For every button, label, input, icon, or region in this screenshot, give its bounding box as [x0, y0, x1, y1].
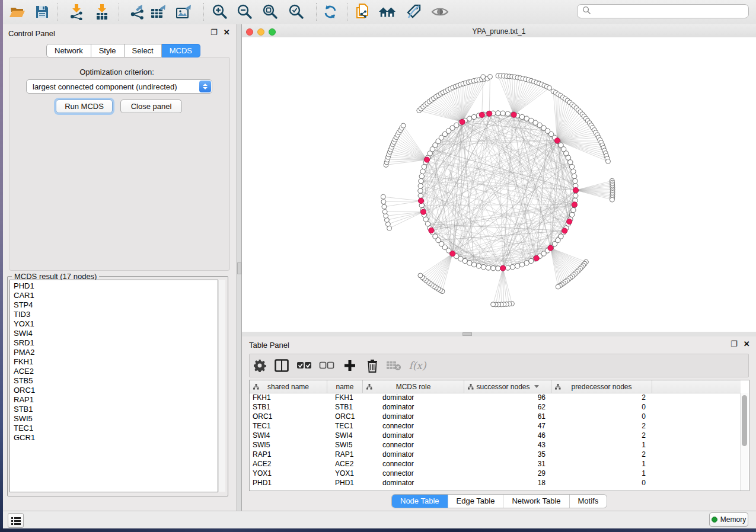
mcds-result-item[interactable]: GCR1 — [10, 433, 218, 443]
tab-edge-table[interactable]: Edge Table — [448, 495, 503, 508]
copy-network-icon[interactable] — [353, 4, 371, 20]
mcds-result-item[interactable]: SWI5 — [10, 414, 218, 424]
add-row-icon[interactable] — [342, 358, 358, 373]
export-table-icon[interactable] — [150, 4, 168, 20]
table-cell: 2 — [551, 431, 652, 440]
tab-mcds[interactable]: MCDS — [162, 44, 200, 57]
graph-mcds-node — [424, 157, 429, 162]
select-all-icon[interactable] — [296, 358, 312, 373]
tab-style[interactable]: Style — [91, 44, 125, 57]
import-network-icon[interactable] — [68, 4, 85, 20]
search-input[interactable] — [577, 4, 749, 18]
control-panel-float-icon[interactable]: ❐ — [210, 28, 218, 36]
tab-select[interactable]: Select — [125, 44, 162, 57]
table-row[interactable]: YOX1YOX1connector291 — [250, 469, 741, 478]
vertical-splitter-handle[interactable] — [237, 262, 241, 274]
mcds-result-item[interactable]: ACE2 — [10, 367, 218, 376]
tab-network-table[interactable]: Network Table — [503, 495, 569, 508]
graph-mcds-node — [567, 219, 572, 224]
memory-button[interactable]: Memory — [709, 512, 748, 527]
table-panel-float-icon[interactable]: ❐ — [731, 340, 738, 348]
show-columns-icon[interactable] — [273, 358, 290, 373]
mcds-result-item[interactable]: SRD1 — [10, 338, 218, 348]
table-row[interactable]: SWI5SWI5connector431 — [250, 440, 741, 450]
mcds-result-list[interactable]: PHD1CAR1STP4TID3YOX1SWI4SRD1PMA2FKH1ACE2… — [9, 280, 218, 492]
table-row[interactable]: RAP1RAP1dominator352 — [250, 450, 741, 459]
table-row[interactable]: ACE2ACE2connector311 — [250, 459, 741, 469]
table-row[interactable]: STB1STB1dominator620 — [250, 402, 741, 412]
graph-leaf-node — [556, 284, 560, 289]
table-panel-close-icon[interactable]: ✕ — [744, 340, 750, 348]
tab-node-table[interactable]: Node Table — [392, 495, 448, 508]
graph-ring-node — [491, 266, 496, 271]
mcds-result-item[interactable]: PHD1 — [10, 281, 218, 291]
table-row[interactable]: TEC1TEC1connector472 — [250, 421, 741, 431]
mcds-result-item[interactable]: CAR1 — [10, 291, 218, 300]
zoom-in-icon[interactable] — [211, 4, 229, 20]
graph-ring-node — [569, 164, 574, 169]
horizontal-splitter-handle[interactable] — [462, 332, 472, 336]
graph-leaf-node — [547, 85, 552, 90]
table-settings-gear-icon[interactable] — [251, 358, 268, 373]
zoom-out-icon[interactable] — [236, 4, 254, 20]
show-graphics-eye-icon[interactable] — [431, 4, 449, 20]
column-header-name[interactable]: name — [327, 380, 363, 393]
status-list-button[interactable] — [8, 513, 24, 528]
export-network-icon[interactable] — [129, 4, 146, 20]
graph-ring-node — [571, 207, 576, 212]
delete-row-trash-icon[interactable] — [364, 358, 381, 373]
mcds-result-item[interactable]: TEC1 — [10, 424, 218, 433]
mcds-result-item[interactable]: SWI4 — [10, 329, 218, 338]
hide-labels-icon[interactable] — [405, 4, 423, 20]
mcds-result-item[interactable]: RAP1 — [10, 395, 218, 405]
table-cell: STB1 — [250, 402, 327, 412]
table-row[interactable]: FKH1FKH1dominator962 — [250, 393, 741, 402]
mcds-result-item[interactable]: STB5 — [10, 376, 218, 386]
save-icon[interactable] — [33, 4, 51, 20]
mcds-result-item[interactable]: ORC1 — [10, 386, 218, 395]
mcds-result-item[interactable]: YOX1 — [10, 319, 218, 329]
column-header-predecessor-nodes[interactable]: predecessor nodes — [551, 380, 652, 393]
mcds-result-item[interactable]: STP4 — [10, 300, 218, 310]
import-table-icon[interactable] — [93, 4, 111, 20]
zoom-fit-icon[interactable] — [261, 4, 279, 20]
export-image-icon[interactable] — [176, 4, 193, 20]
deselect-all-icon[interactable] — [318, 358, 335, 373]
horizontal-splitter[interactable] — [242, 332, 756, 336]
refresh-icon[interactable] — [321, 4, 339, 20]
tab-network[interactable]: Network — [46, 44, 91, 57]
open-file-icon[interactable] — [8, 4, 26, 20]
column-header-successor-nodes[interactable]: successor nodes — [464, 380, 551, 393]
first-neighbors-icon[interactable] — [378, 4, 396, 20]
delete-table-icon[interactable] — [385, 358, 402, 373]
function-builder-icon[interactable]: f(x) — [406, 358, 429, 373]
run-mcds-button[interactable]: Run MCDS — [56, 100, 113, 113]
table-cell: connector — [363, 469, 464, 478]
column-header-shared-name[interactable]: shared name — [250, 380, 327, 393]
table-row[interactable]: PHD1PHD1dominator180 — [250, 478, 741, 488]
graph-ring-node — [418, 188, 423, 193]
table-cell: 2 — [551, 393, 652, 402]
graph-ring-node — [505, 111, 510, 116]
table-scrollbar-thumb[interactable] — [742, 395, 747, 446]
column-header-mcds-role[interactable]: MCDS role — [363, 380, 464, 393]
mcds-result-item[interactable]: PMA2 — [10, 348, 218, 357]
mcds-list-scrollbar[interactable] — [218, 280, 225, 492]
table-cell: 43 — [464, 440, 551, 450]
table-row[interactable]: SWI4SWI4dominator462 — [250, 431, 741, 440]
table-cell: 29 — [464, 469, 551, 478]
graph-mcds-node — [420, 209, 426, 214]
mcds-result-item[interactable]: STB1 — [10, 405, 218, 414]
network-graph[interactable] — [242, 37, 756, 332]
table-cell: SWI4 — [250, 431, 327, 440]
control-panel-close-icon[interactable]: ✕ — [224, 28, 230, 36]
table-row[interactable]: ORC1ORC1dominator610 — [250, 412, 741, 421]
mcds-result-item[interactable]: TID3 — [10, 310, 218, 319]
tab-motifs[interactable]: Motifs — [569, 495, 607, 508]
criterion-select[interactable]: largest connected component (undirected) — [26, 79, 212, 94]
zoom-selected-icon[interactable] — [288, 4, 305, 20]
table-scrollbar[interactable] — [740, 393, 748, 491]
graph-ring-node — [519, 114, 524, 119]
mcds-result-item[interactable]: FKH1 — [10, 357, 218, 367]
close-panel-button[interactable]: Close panel — [120, 100, 182, 113]
